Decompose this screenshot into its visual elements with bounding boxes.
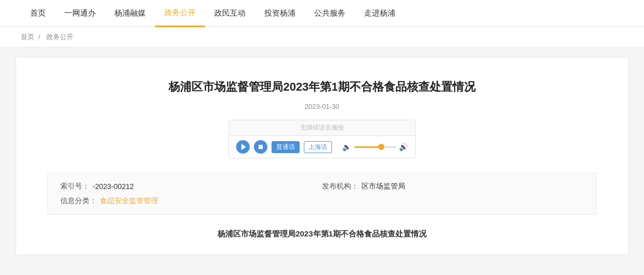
main-content: 杨浦区市场监督管理局2023年第1期不合格食品核查处置情况 2023-01-30… [16, 57, 628, 255]
info-row-1: 索引号： -2023-00212 发布机构： 区市场监管局 [60, 182, 584, 191]
info-row-2: 信息分类： 食品安全监管管理 [60, 196, 584, 206]
bottom-article-title: 杨浦区市场监督管理局2023年第1期不合格食品核查处置情况 [47, 229, 597, 239]
cat-label: 信息分类： [60, 196, 97, 206]
volume-high-icon: 🔊 [399, 143, 408, 151]
article-date: 2023-01-30 [47, 103, 597, 110]
nav-item-media[interactable]: 杨浦融媒 [105, 0, 155, 27]
breadcrumb-current: 政务公开 [46, 33, 73, 41]
info-org: 发布机构： 区市场监管局 [322, 182, 584, 191]
nav-item-gov[interactable]: 政务公开 [155, 0, 205, 27]
breadcrumb: 首页 / 政务公开 [0, 27, 644, 47]
info-box: 索引号： -2023-00212 发布机构： 区市场监管局 信息分类： 食品安全… [47, 173, 597, 215]
nav-bar: 首页 一网通办 杨浦融媒 政务公开 政民互动 投资杨浦 公共服务 走进杨浦 [0, 0, 644, 27]
nav-item-public[interactable]: 公共服务 [305, 0, 355, 27]
tts-lang-shanghaihua[interactable]: 上海话 [304, 141, 332, 153]
tts-play-button[interactable] [236, 140, 250, 154]
cat-value: 食品安全监管管理 [100, 196, 158, 206]
tts-stop-button[interactable] [254, 140, 267, 154]
nav-item-invest[interactable]: 投资杨浦 [255, 0, 305, 27]
play-icon [241, 144, 246, 150]
info-ref: 索引号： -2023-00212 [60, 182, 322, 191]
tts-controls: 普通话 上海话 🔈 🔊 [229, 136, 415, 158]
tts-lang-putonghua[interactable]: 普通话 [272, 141, 300, 153]
nav-item-ywtb[interactable]: 一网通办 [55, 0, 105, 27]
tts-top-bar: 无障碍语言播报 [229, 120, 415, 136]
nav-item-about[interactable]: 走进杨浦 [355, 0, 405, 27]
ref-label: 索引号： [60, 182, 89, 191]
breadcrumb-home-link[interactable]: 首页 [21, 33, 34, 41]
breadcrumb-separator: / [38, 33, 41, 41]
tts-volume-area: 🔈 🔊 [342, 143, 408, 151]
tts-slider-fill [354, 146, 379, 148]
ref-value: -2023-00212 [93, 182, 134, 191]
stop-icon [259, 145, 263, 149]
nav-item-home[interactable]: 首页 [21, 0, 55, 27]
volume-low-icon: 🔈 [342, 143, 351, 151]
article-title: 杨浦区市场监督管理局2023年第1期不合格食品核查处置情况 [47, 78, 597, 95]
tts-volume-slider[interactable] [354, 146, 396, 148]
info-cat: 信息分类： 食品安全监管管理 [60, 196, 584, 206]
org-value: 区市场监管局 [362, 182, 405, 191]
tts-slider-thumb [378, 144, 384, 150]
tts-widget: 无障碍语言播报 普通话 上海话 🔈 🔊 [228, 120, 416, 158]
org-label: 发布机构： [322, 182, 358, 191]
nav-item-interact[interactable]: 政民互动 [205, 0, 255, 27]
